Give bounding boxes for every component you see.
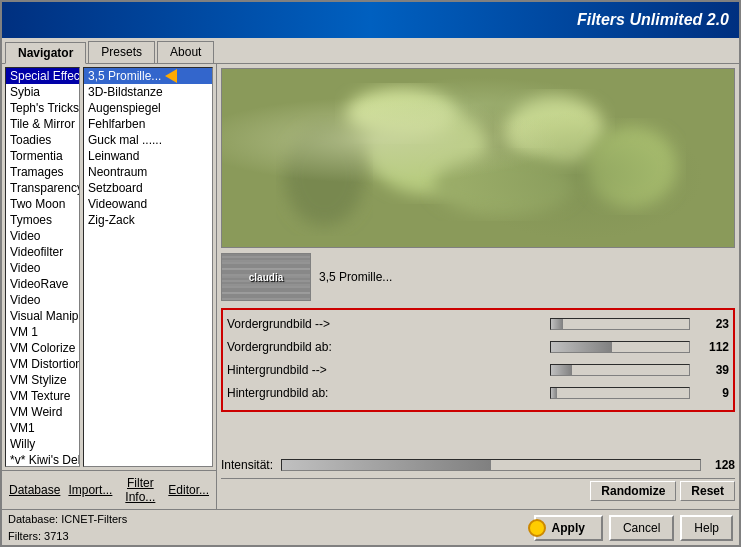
param-label-2: Hintergrundbild -->: [227, 363, 550, 377]
content-area: Special Effects 2 Sybia Teph's Tricks Ti…: [2, 64, 739, 509]
list-item[interactable]: Video: [6, 228, 79, 244]
category-list[interactable]: Special Effects 2 Sybia Teph's Tricks Ti…: [5, 67, 80, 467]
sublist-item[interactable]: Leinwand: [84, 148, 212, 164]
list-item[interactable]: VM Distortion: [6, 356, 79, 372]
list-item[interactable]: VM Stylize: [6, 372, 79, 388]
list-item[interactable]: VideoRave: [6, 276, 79, 292]
param-value-1: 112: [694, 340, 729, 354]
sublist-item[interactable]: Zig-Zack: [84, 212, 212, 228]
param-slider-fill-3: [551, 388, 557, 398]
svg-point-6: [346, 89, 456, 139]
status-bar: Database: ICNET-Filters Filters: 3713 Ap…: [2, 509, 739, 545]
param-slider-2[interactable]: [550, 364, 690, 376]
param-value-0: 23: [694, 317, 729, 331]
param-row-2: Hintergrundbild --> 39: [227, 360, 729, 380]
main-window: Filters Unlimited 2.0 Navigator Presets …: [0, 0, 741, 547]
sublist-item[interactable]: 3D-Bildstanze: [84, 84, 212, 100]
list-item[interactable]: Willy: [6, 436, 79, 452]
sublist-item[interactable]: Neontraum: [84, 164, 212, 180]
database-info: Database: ICNET-Filters: [8, 511, 127, 528]
param-value-3: 9: [694, 386, 729, 400]
list-item[interactable]: Visual Manipulation: [6, 308, 79, 324]
database-value: ICNET-Filters: [61, 513, 127, 525]
list-item[interactable]: Tile & Mirror: [6, 116, 79, 132]
tab-about[interactable]: About: [157, 41, 214, 63]
list-item[interactable]: VM Texture: [6, 388, 79, 404]
filters-label: Filters:: [8, 530, 41, 542]
tab-navigator[interactable]: Navigator: [5, 42, 86, 64]
param-row-3: Hintergrundbild ab: 9: [227, 383, 729, 403]
list-item[interactable]: Videofilter: [6, 244, 79, 260]
tab-bar: Navigator Presets About: [2, 38, 739, 64]
help-button[interactable]: Help: [680, 515, 733, 541]
list-item[interactable]: Special Effects 2: [6, 68, 79, 84]
reset-button[interactable]: Reset: [680, 481, 735, 501]
svg-point-5: [587, 127, 677, 207]
list-item[interactable]: VM Colorize: [6, 340, 79, 356]
param-slider-fill-1: [551, 342, 612, 352]
list-item[interactable]: Transparency: [6, 180, 79, 196]
list-item[interactable]: VM Weird: [6, 404, 79, 420]
cancel-button[interactable]: Cancel: [609, 515, 674, 541]
param-slider-fill-0: [551, 319, 563, 329]
empty-row-2: [221, 436, 735, 456]
randomize-button[interactable]: Randomize: [590, 481, 676, 501]
title-bar: Filters Unlimited 2.0: [2, 2, 739, 38]
list-item[interactable]: Teph's Tricks: [6, 100, 79, 116]
right-bottom-buttons: Randomize Reset: [221, 478, 735, 503]
intensity-row: Intensität: 128: [221, 458, 735, 472]
preview-image: [221, 68, 735, 248]
intensity-label: Intensität:: [221, 458, 273, 472]
param-row-0: Vordergrundbild --> 23: [227, 314, 729, 334]
list-item[interactable]: *v* Kiwi's Delfilter: [6, 452, 79, 467]
param-value-2: 39: [694, 363, 729, 377]
list-item[interactable]: Tymoes: [6, 212, 79, 228]
list-item[interactable]: Video: [6, 292, 79, 308]
thumbnail: claudia: [221, 253, 311, 301]
tab-presets[interactable]: Presets: [88, 41, 155, 63]
apply-button[interactable]: Apply: [534, 515, 603, 541]
footer-buttons: Apply Cancel Help: [518, 515, 733, 541]
intensity-fill: [282, 460, 491, 470]
list-item[interactable]: Two Moon: [6, 196, 79, 212]
filter-sublist[interactable]: 3,5 Promille... 3D-Bildstanze Augenspieg…: [83, 67, 213, 467]
svg-rect-0: [222, 69, 734, 247]
sublist-item[interactable]: Fehlfarben: [84, 116, 212, 132]
param-slider-fill-2: [551, 365, 572, 375]
filter-info-button[interactable]: Filter Info...: [116, 474, 164, 506]
preview-bottom: claudia 3,5 Promille...: [221, 252, 735, 302]
list-item[interactable]: VM1: [6, 420, 79, 436]
list-item[interactable]: Video: [6, 260, 79, 276]
svg-point-3: [434, 155, 574, 215]
list-item[interactable]: VM 1: [6, 324, 79, 340]
svg-point-2: [505, 96, 605, 166]
right-panel: claudia 3,5 Promille... Vordergrundbild …: [217, 64, 739, 509]
param-slider-1[interactable]: [550, 341, 690, 353]
list-item[interactable]: Toadies: [6, 132, 79, 148]
sublist-item[interactable]: 3,5 Promille...: [84, 68, 212, 84]
database-button[interactable]: Database: [5, 474, 64, 506]
left-panel: Special Effects 2 Sybia Teph's Tricks Ti…: [2, 64, 217, 509]
params-section: Vordergrundbild --> 23 Vordergrundbild a…: [221, 308, 735, 412]
empty-row-1: [221, 416, 735, 436]
preview-svg: [222, 69, 734, 247]
sublist-item[interactable]: Augenspiegel: [84, 100, 212, 116]
intensity-value: 128: [705, 458, 735, 472]
param-label-0: Vordergrundbild -->: [227, 317, 550, 331]
list-item[interactable]: Tramages: [6, 164, 79, 180]
sublist-item[interactable]: Videowand: [84, 196, 212, 212]
intensity-slider[interactable]: [281, 459, 701, 471]
sublist-item[interactable]: Setzboard: [84, 180, 212, 196]
editor-button[interactable]: Editor...: [164, 474, 213, 506]
list-item[interactable]: Sybia: [6, 84, 79, 100]
filters-info: Filters: 3713: [8, 528, 127, 545]
list-item[interactable]: Tormentia: [6, 148, 79, 164]
status-info: Database: ICNET-Filters Filters: 3713: [8, 511, 127, 544]
filter-name-display: 3,5 Promille...: [319, 270, 735, 284]
sublist-item[interactable]: Guck mal ......: [84, 132, 212, 148]
param-slider-3[interactable]: [550, 387, 690, 399]
thumb-label: claudia: [249, 272, 283, 283]
param-slider-0[interactable]: [550, 318, 690, 330]
import-button[interactable]: Import...: [64, 474, 116, 506]
param-label-1: Vordergrundbild ab:: [227, 340, 550, 354]
